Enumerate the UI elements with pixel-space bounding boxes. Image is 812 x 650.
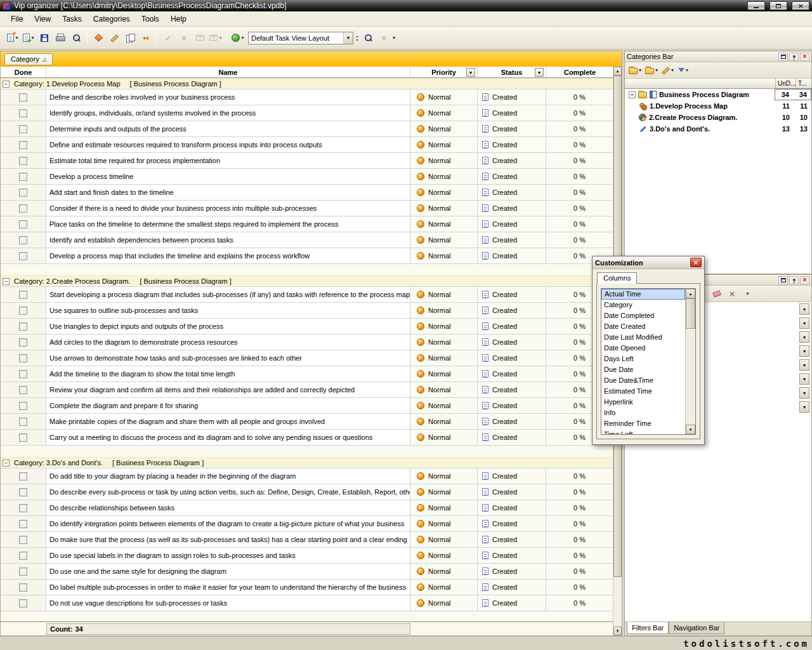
dialog-title-bar[interactable]: Customization × [593,256,704,269]
column-list-item[interactable]: Category [601,300,685,310]
task-name-cell[interactable]: Do add title to your diagram by placing … [46,468,410,484]
done-checkbox[interactable] [19,354,27,362]
clear-filter-button[interactable] [710,288,724,300]
task-row[interactable]: Use arrows to demonstrate how tasks and … [1,350,613,366]
filter-options-button[interactable]: ▾ [740,288,754,300]
collapse-icon[interactable]: − [629,91,636,98]
task-row[interactable]: Complete the diagram and prepare it for … [1,398,613,414]
column-list-item[interactable]: Estimated Time [601,386,685,397]
task-name-cell[interactable]: Start developing a process diagram that … [46,287,410,302]
new-note-button[interactable]: +▾ [21,30,36,46]
task-row[interactable]: Carry out a meeting to discuss the proce… [1,430,613,446]
close-pane-button[interactable]: × [800,276,809,284]
undock-button[interactable] [778,276,788,284]
task-name-cell[interactable]: Use arrows to demonstrate how tasks and … [46,350,410,366]
done-checkbox[interactable] [19,472,27,481]
group-header[interactable]: −Category: 1.Develop Process Map[ Busine… [1,78,613,90]
print-button[interactable] [53,30,68,46]
menu-item-view[interactable]: View [29,13,56,25]
column-header-done[interactable]: Done [1,67,46,77]
email-task-button[interactable] [192,30,207,46]
scroll-up-button[interactable]: ▴ [686,289,695,298]
filter-dropdown-button[interactable]: ▾ [799,401,809,413]
column-header-status[interactable]: Status▾ [478,67,546,77]
task-name-cell[interactable]: Develop a process timeline [46,169,410,184]
done-checkbox[interactable] [19,291,27,299]
column-list-item[interactable]: Date Completed [601,310,685,321]
filter-dropdown-button[interactable]: ▾ [799,317,809,329]
new-task-button[interactable] [91,30,106,46]
dialog-close-button[interactable]: × [690,258,702,267]
task-name-cell[interactable]: Define and estimate resources required t… [46,137,410,152]
duplicate-task-button[interactable] [122,30,138,46]
column-list-item[interactable]: Days Left [601,354,685,364]
tree-header-undone[interactable]: UnD... [776,79,796,89]
filter-dropdown-button[interactable]: ▾ [799,387,809,399]
tab-navigation-bar[interactable]: Navigation Bar [669,622,724,634]
done-checkbox[interactable] [19,599,27,607]
tab-columns[interactable]: Columns [597,272,637,284]
filter-dropdown-button[interactable]: ▾ [799,359,809,371]
cancel-task-button[interactable]: × [176,30,192,46]
done-checkbox[interactable] [19,434,27,442]
task-name-cell[interactable]: Do not use vague descriptions for sub-pr… [46,595,410,611]
task-name-cell[interactable]: Do label multiple sub-processes in order… [46,580,410,595]
done-checkbox[interactable] [19,386,27,394]
menu-item-help[interactable]: Help [165,13,192,25]
task-row[interactable]: Identify groups, individuals, or/and sys… [1,105,613,121]
tree-item[interactable]: 3.Do's and Dont's.1313 [625,123,811,135]
done-checkbox[interactable] [19,322,27,331]
view-mode-button[interactable]: ▾ [230,30,246,46]
done-checkbox[interactable] [19,370,27,378]
priority-filter-button[interactable]: ▾ [466,68,475,77]
filter-categories-button[interactable]: ▾ [676,64,690,77]
column-list-item[interactable]: Date Created [601,321,685,332]
filter-dropdown-button[interactable]: ▾ [799,303,809,315]
pin-button[interactable] [789,276,799,284]
save-button[interactable] [37,30,52,46]
new-item-button[interactable]: *▾ [5,30,20,46]
task-row[interactable]: Identify and establish dependencies betw… [1,232,613,248]
maximize-button[interactable] [769,1,787,10]
tree-item[interactable]: 2.Create Process Diagram.1010 [625,112,811,123]
task-name-cell[interactable]: Use triangles to depict inputs and outpu… [46,319,410,334]
edit-layout-button[interactable] [360,30,376,46]
done-checkbox[interactable] [19,125,27,133]
task-name-cell[interactable]: Identify and establish dependencies betw… [46,232,410,248]
undock-button[interactable] [778,53,788,61]
task-row[interactable]: Use squares to outline sub-processes and… [1,303,613,319]
pin-button[interactable] [789,53,799,61]
done-checkbox[interactable] [19,536,27,544]
task-name-cell[interactable]: Define and describe roles involved in yo… [46,90,410,105]
task-row[interactable]: Determine inputs and outputs of the proc… [1,121,613,137]
done-checkbox[interactable] [19,141,27,149]
done-checkbox[interactable] [19,552,27,560]
task-row[interactable]: Do identify integration points between e… [1,516,613,532]
move-task-button[interactable]: ↔ [138,30,154,46]
task-name-cell[interactable]: Review your diagram and confirm all item… [46,382,410,397]
layout-combobox[interactable]: Default Task View Layout ▾ [248,32,353,44]
column-list-item[interactable]: Actual Time [601,289,685,300]
done-checkbox[interactable] [19,583,27,592]
collapse-icon[interactable]: − [3,278,10,285]
column-list-item[interactable]: Due Date [601,364,685,375]
filter-dropdown-button[interactable]: ▾ [799,345,809,357]
done-checkbox[interactable] [19,520,27,528]
collapse-icon[interactable]: − [3,81,10,88]
group-header[interactable]: −Category: 3.Do's and Dont's.[ Business … [1,457,613,468]
task-row[interactable]: Estimate total time required for process… [1,153,613,169]
scroll-down-button[interactable]: ▾ [686,425,695,434]
scroll-up-button[interactable]: ▴ [613,67,622,76]
task-name-cell[interactable]: Carry out a meeting to discuss the proce… [46,430,410,445]
task-name-cell[interactable]: Do make sure that the process (as well a… [46,532,410,547]
task-name-cell[interactable]: Make printable copies of the diagram and… [46,414,410,429]
edit-category-button[interactable]: ▾ [660,64,675,77]
print-preview-button[interactable] [69,30,84,46]
menu-item-tools[interactable]: Tools [136,13,165,25]
done-checkbox[interactable] [19,236,27,244]
task-name-cell[interactable]: Use squares to outline sub-processes and… [46,303,410,318]
dialog-scrollbar[interactable]: ▴ ▾ [685,289,695,434]
done-checkbox[interactable] [19,338,27,347]
task-row[interactable]: Add the timeline to the diagram to show … [1,366,613,382]
minimize-button[interactable] [747,1,765,10]
